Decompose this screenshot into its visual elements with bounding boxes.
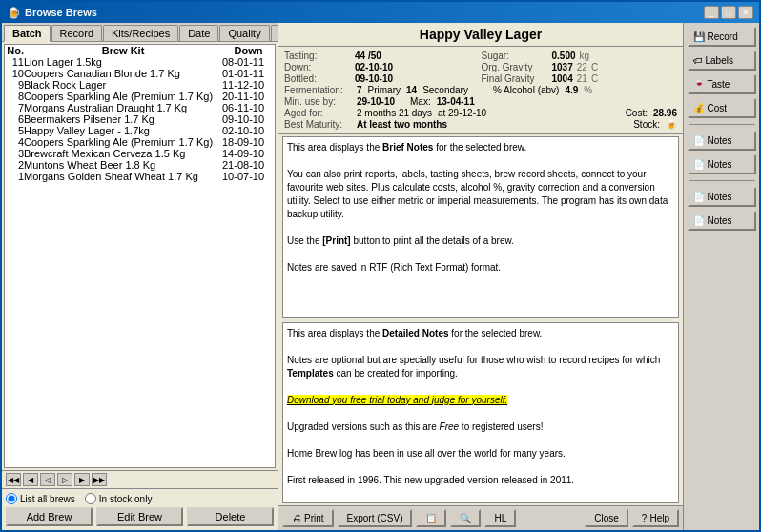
tab-kits-recipes[interactable]: Kits/Recipes (103, 25, 178, 41)
notes4-label: Notes (708, 215, 732, 226)
labels-button[interactable]: 🏷 Labels (688, 51, 756, 71)
print-button[interactable]: 🖨 Print (282, 509, 334, 527)
notes2-button[interactable]: 📄 Notes (688, 154, 756, 174)
cost-label: Cost (708, 103, 728, 113)
cost-button[interactable]: 💰 Cost (688, 98, 756, 118)
table-row[interactable]: 2Muntons Wheat Beer 1.8 Kg21-08-10 (5, 159, 275, 171)
alcohol-unit: % (584, 85, 592, 95)
table-row[interactable]: 1Morgans Golden Sheaf Wheat 1.7 Kg10-07-… (5, 171, 275, 182)
taste-button[interactable]: 🍷 Taste (688, 74, 756, 94)
aged-label: Aged for: (284, 108, 351, 118)
nav-prev-small-button[interactable]: ◁ (40, 473, 55, 486)
nav-first-button[interactable]: ◀◀ (6, 473, 21, 486)
bottled-value: 09-10-10 (355, 73, 393, 84)
down-label: Down: (284, 62, 351, 72)
help-button[interactable]: ? Help (632, 509, 679, 527)
info-sugar: Sugar: 0.500 kg (482, 51, 678, 61)
title-bar: 🍺 Browse Brews _ □ ✕ (2, 2, 759, 23)
print-label: Print (304, 513, 324, 523)
tab-batch[interactable]: Batch (4, 25, 51, 42)
table-row[interactable]: 10Coopers Canadian Blonde 1.7 Kg01-01-11 (5, 68, 275, 79)
table-row[interactable]: 6Beermakers Pilsener 1.7 Kg09-10-10 (5, 113, 275, 125)
table-row[interactable]: 4Coopers Sparkling Ale (Premium 1.7 Kg)1… (5, 136, 275, 148)
notes3-button[interactable]: 📄 Notes (688, 187, 756, 207)
edit-brew-button[interactable]: Edit Brew (96, 507, 183, 526)
question-icon: ? (642, 513, 648, 523)
cell-kit: Morgans Golden Sheaf Wheat 1.7 Kg (24, 171, 222, 182)
info-final-gravity: Final Gravity 1004 21 C (482, 73, 678, 84)
radio-list-all[interactable]: List all brews (6, 493, 75, 504)
org-gravity-label: Org. Gravity (482, 62, 548, 72)
cell-kit: Coopers Canadian Blonde 1.7 Kg (24, 68, 222, 79)
radio-list-all-input[interactable] (6, 493, 17, 504)
fermentation-secondary-value: 14 (406, 85, 417, 95)
center-panel: Happy Valley Lager Tasting: 44 /50 Sugar… (278, 23, 683, 530)
export-csv-button[interactable]: Export (CSV) (338, 509, 413, 527)
sugar-value: 0.500 (552, 51, 576, 61)
close-button[interactable]: ✕ (738, 6, 753, 19)
table-row[interactable]: 5Happy Valley Lager - 1.7kg02-10-10 (5, 125, 275, 136)
cell-no: 10 (5, 68, 24, 79)
record-button[interactable]: 💾 Record (688, 27, 756, 47)
brew-table[interactable]: No. Brew Kit Down 11Lion Lager 1.5kg08-0… (4, 44, 276, 468)
bottom-controls: List all brews In stock only Add Brew Ed… (2, 488, 278, 530)
notes1-button[interactable]: 📄 Notes (688, 131, 756, 151)
cell-kit: Coopers Sparkling Ale (Premium 1.7 Kg) (24, 136, 222, 148)
max-value: 13-04-11 (437, 96, 475, 107)
hl-button[interactable]: HL (484, 509, 516, 527)
record-label: Record (708, 31, 738, 42)
table-row[interactable]: 9Black Rock Lager11-12-10 (5, 79, 275, 91)
alcohol-value: 4.9 (565, 85, 578, 95)
nav-prev-button[interactable]: ◀ (23, 473, 38, 486)
radio-in-stock-input[interactable] (85, 493, 96, 504)
table-row[interactable]: 11Lion Lager 1.5kg08-01-11 (5, 56, 275, 68)
nav-bar: ◀◀ ◀ ◁ ▷ ▶ ▶▶ (2, 470, 278, 488)
cell-down: 21-08-10 (222, 159, 275, 171)
info-fermentation: Fermentation: 7 Primary 14 Secondary % A… (284, 85, 677, 95)
maximize-button[interactable]: □ (721, 6, 736, 19)
fermentation-secondary-label: Secondary (422, 85, 468, 95)
tabs-bar: Batch Record Kits/Recipes Date Quality H… (2, 23, 278, 42)
final-gravity-unit: C (591, 73, 598, 84)
table-row[interactable]: 3Brewcraft Mexican Cerveza 1.5 Kg14-09-1… (5, 148, 275, 159)
separator-1 (689, 124, 755, 125)
main-window: 🍺 Browse Brews _ □ ✕ Batch Record Kits/R… (0, 0, 761, 532)
add-brew-button[interactable]: Add Brew (6, 507, 93, 526)
min-use-value: 29-10-10 (357, 96, 395, 107)
copy-icon-button[interactable]: 📋 (416, 509, 446, 527)
search-button[interactable]: 🔍 (450, 509, 481, 527)
radio-in-stock[interactable]: In stock only (85, 493, 153, 504)
nav-next-small-button[interactable]: ▷ (57, 473, 72, 486)
tab-quality[interactable]: Quality (219, 25, 269, 41)
tasting-label: Tasting: (284, 51, 351, 61)
notes4-button[interactable]: 📄 Notes (688, 211, 756, 231)
notes2-icon: 📄 (693, 159, 705, 170)
brief-notes-section: This area displays the Brief Notes for t… (282, 136, 679, 318)
info-bottled: Bottled: 09-10-10 (284, 73, 481, 84)
detailed-notes-section: This area displays the Detailed Notes fo… (282, 322, 679, 504)
brew-title: Happy Valley Lager (278, 23, 683, 47)
separator-2 (689, 180, 755, 181)
taste-icon: 🍷 (693, 79, 705, 90)
cell-down: 08-01-11 (222, 56, 275, 68)
close-button[interactable]: Close (585, 509, 628, 527)
tab-date[interactable]: Date (179, 25, 218, 41)
final-gravity-temp: 21 (577, 73, 587, 84)
nav-last-button[interactable]: ▶▶ (92, 473, 107, 486)
cell-no: 8 (5, 91, 24, 102)
table-row[interactable]: 8Coopers Sparkling Ale (Premium 1.7 Kg)2… (5, 91, 275, 102)
brew-table-container: No. Brew Kit Down 11Lion Lager 1.5kg08-0… (4, 44, 276, 468)
cell-down: 10-07-10 (222, 171, 275, 182)
nav-next-button[interactable]: ▶ (74, 473, 90, 486)
cell-no: 9 (5, 79, 24, 91)
delete-brew-button[interactable]: Delete (187, 507, 274, 526)
tab-record[interactable]: Record (51, 25, 102, 41)
max-label: Max: (410, 96, 431, 107)
table-row[interactable]: 7Morgans Australian Draught 1.7 Kg06-11-… (5, 102, 275, 113)
info-down: Down: 02-10-10 (284, 62, 481, 72)
alcohol-label: % Alcohol (abv) (493, 85, 559, 95)
cell-no: 1 (5, 171, 24, 182)
cell-no: 6 (5, 113, 24, 125)
minimize-button[interactable]: _ (704, 6, 719, 19)
fermentation-primary-value: 7 (357, 85, 362, 95)
